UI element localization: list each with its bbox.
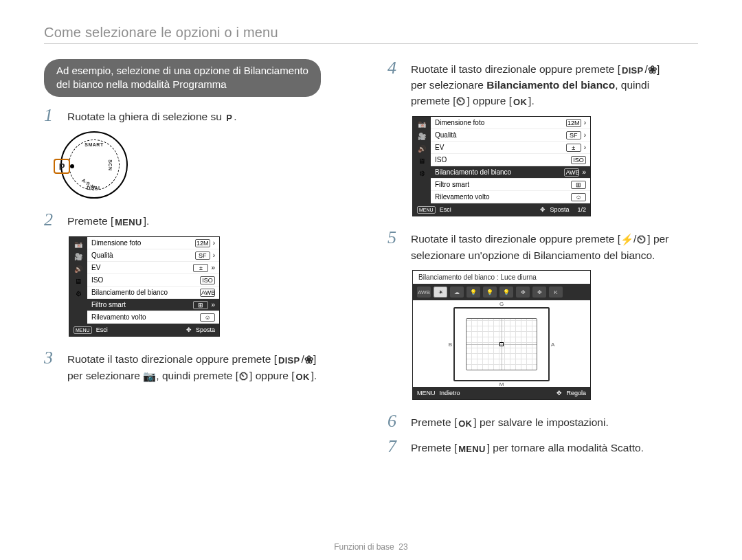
menu-row-selected: Bilanciamento del biancoAWB»	[431, 166, 590, 179]
tab-sound-icon: 🔊	[417, 144, 427, 153]
wb-shift-marker	[499, 342, 504, 346]
menu-row: ISOISO	[431, 154, 590, 166]
example-line2: del bianco nella modalità Programma	[56, 78, 227, 90]
macro-icon: ❀	[648, 63, 657, 78]
disp-button-icon: DISP	[620, 65, 645, 78]
wb-preview-title: Bilanciamento del bianco : Luce diurna	[413, 271, 590, 284]
menu-row: EV±›	[431, 142, 590, 154]
nav-4way-icon: ✥	[186, 326, 192, 333]
wb-option-strip: AWB ☀ ☁ 💡 💡 💡 ✥ ✥ K	[413, 284, 590, 300]
example-callout: Ad esempio, selezione di una opzione di …	[44, 59, 321, 97]
step-3: 3 Ruotate il tasto direzionale oppure pr…	[44, 349, 355, 384]
wb-preview-footer: MENU Indietro ✥ Regola	[413, 387, 590, 399]
wb-option-cloudy-icon: ☁	[450, 287, 464, 298]
menu-footer: MENU Esci ✥ Sposta	[69, 324, 219, 336]
menu-side-tabs: 📷 🎥 🔊 🖥 ⚙	[413, 117, 431, 203]
tab-display-icon: 🖥	[417, 157, 427, 165]
page-number: 23	[398, 542, 407, 552]
step-5: 5 Ruotate il tasto direzionale oppure pr…	[387, 229, 698, 263]
step-text: Ruotate il tasto direzionale oppure prem…	[411, 59, 660, 109]
tab-camera-icon: 📷	[417, 120, 427, 128]
disp-button-icon: DISP	[277, 355, 302, 368]
step-6: 6 Premete [OK] per salvare le impostazio…	[387, 412, 698, 431]
ok-button-icon: OK	[512, 96, 528, 109]
wb-preview-screenshot: Bilanciamento del bianco : Luce diurna A…	[412, 270, 591, 400]
wb-option-fluor-l-icon: 💡	[483, 287, 497, 298]
macro-icon: ❀	[304, 352, 313, 368]
nav-4way-icon: ✥	[540, 206, 546, 213]
step-number: 4	[387, 59, 403, 109]
step-text: Ruotate il tasto direzionale oppure prem…	[411, 229, 668, 263]
menu-row: Filtro smart⊞	[431, 179, 590, 191]
step-number: 1	[44, 107, 59, 125]
axis-g-label: G	[499, 301, 504, 307]
wb-option-kelvin-icon: K	[549, 287, 563, 298]
self-timer-icon: ⏲	[636, 232, 647, 247]
tab-sound-icon: 🔊	[74, 265, 83, 273]
step-text: Ruotate la ghiera di selezione su P.	[67, 107, 237, 125]
example-line1: Ad esempio, selezione di una opzione di …	[56, 65, 308, 76]
right-column: 4 Ruotate il tasto direzionale oppure pr…	[387, 59, 698, 463]
menu-row: EV±»	[87, 262, 219, 274]
wb-option-awb-icon: AWB	[417, 287, 431, 298]
tab-settings-icon: ⚙	[74, 289, 83, 298]
ok-button-icon: OK	[457, 418, 473, 431]
menu-row: Bilanciamento del biancoAWB	[87, 287, 219, 299]
axis-b-label: B	[449, 341, 452, 348]
menu-row: QualitàSF›	[87, 249, 219, 262]
step-4: 4 Ruotate il tasto direzionale oppure pr…	[387, 59, 698, 109]
wb-option-daylight-icon: ☀	[434, 287, 447, 298]
menu-button-icon: MENU	[417, 390, 436, 396]
tab-display-icon: 🖥	[74, 277, 83, 285]
menu-row: Dimensione foto12M›	[431, 117, 590, 129]
menu-row: Dimensione foto12M›	[87, 237, 219, 249]
menu-row: ISOISO	[87, 274, 219, 287]
step-text: Premete [OK] per salvare le impostazioni…	[411, 412, 609, 431]
menu-side-tabs: 📷 🎥 🔊 🖥 ⚙	[69, 237, 87, 324]
wb-shift-grid: G M B A	[453, 307, 550, 381]
tab-video-icon: 🎥	[74, 252, 83, 260]
wb-option-measure-icon: ✥	[532, 287, 546, 298]
step-number: 2	[44, 211, 59, 229]
wb-option-fluor-h-icon: 💡	[466, 287, 480, 298]
self-timer-icon: ⏲	[456, 94, 466, 109]
wb-option-custom-icon: ✥	[516, 287, 530, 298]
camera-menu-screenshot-1: 📷 🎥 🔊 🖥 ⚙ Dimensione foto12M› QualitàSF›…	[69, 236, 220, 337]
axis-a-label: A	[551, 341, 554, 348]
axis-m-label: M	[499, 381, 504, 388]
menu-row: Rilevamento volto☺	[87, 311, 219, 324]
camera-icon: 📷	[143, 369, 156, 384]
menu-button-icon: MENU	[113, 216, 143, 229]
wb-option-tungsten-icon: 💡	[499, 287, 513, 298]
step-text: Premete [MENU].	[67, 211, 149, 229]
step-number: 6	[387, 412, 403, 431]
menu-row: QualitàSF›	[431, 129, 590, 142]
step-7: 7 Premete [MENU] per tornare alla modali…	[387, 438, 698, 456]
step-number: 7	[387, 438, 403, 456]
ok-button-icon: OK	[295, 371, 311, 384]
tab-camera-icon: 📷	[74, 240, 83, 248]
camera-menu-screenshot-2: 📷 🎥 🔊 🖥 ⚙ Dimensione foto12M› QualitàSF›…	[412, 116, 591, 216]
step-2: 2 Premete [MENU].	[44, 211, 355, 229]
menu-button-icon: MENU	[417, 206, 436, 214]
menu-button-icon: MENU	[74, 326, 92, 334]
mode-dial-p-indicator: P	[54, 159, 70, 174]
menu-row: Rilevamento volto☺	[431, 191, 590, 203]
nav-4way-icon: ✥	[556, 390, 562, 396]
step-1: 1 Ruotate la ghiera di selezione su P.	[44, 107, 355, 125]
menu-row-selected: Filtro smart⊞»	[87, 299, 219, 311]
step-text: Premete [MENU] per tornare alla modalità…	[411, 438, 644, 456]
menu-button-icon: MENU	[457, 443, 486, 456]
mode-p-icon: P	[225, 112, 234, 125]
tab-video-icon: 🎥	[417, 132, 427, 140]
self-timer-icon: ⏲	[238, 369, 249, 384]
menu-footer: MENU Esci ✥ Sposta 1/2	[413, 203, 590, 216]
left-column: Ad esempio, selezione di una opzione di …	[44, 59, 355, 463]
step-number: 5	[387, 229, 403, 263]
page-title: Come selezionare le opzioni o i menu	[44, 25, 698, 44]
page-footer: Funzioni di base 23	[0, 542, 742, 552]
page-indicator: 1/2	[577, 206, 586, 213]
step-number: 3	[44, 349, 59, 384]
mode-dial-figure: P SMART SCN A·S·M DUAL	[60, 131, 355, 199]
flash-icon: ⚡	[620, 232, 633, 247]
